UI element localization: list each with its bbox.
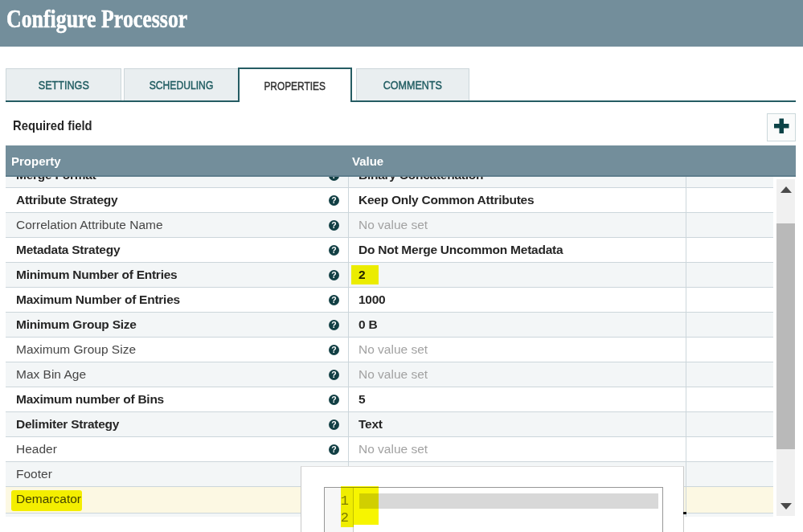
svg-text:?: ? <box>331 444 336 454</box>
svg-text:?: ? <box>331 419 336 429</box>
svg-text:?: ? <box>331 245 336 255</box>
svg-text:?: ? <box>331 395 336 404</box>
svg-text:?: ? <box>331 370 336 379</box>
svg-text:?: ? <box>331 220 336 230</box>
svg-text:?: ? <box>331 270 336 280</box>
svg-text:?: ? <box>331 177 336 180</box>
svg-text:?: ? <box>331 195 336 205</box>
svg-text:?: ? <box>331 345 336 354</box>
svg-text:?: ? <box>331 320 336 329</box>
svg-text:?: ? <box>331 295 336 305</box>
